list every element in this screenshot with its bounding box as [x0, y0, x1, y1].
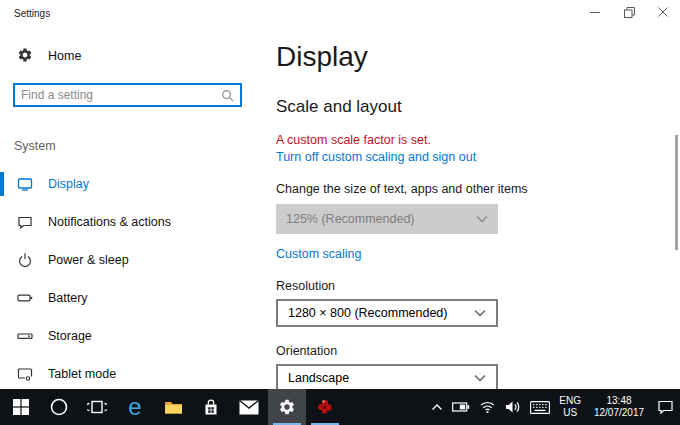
sidebar-item-battery[interactable]: Battery [0, 279, 256, 317]
action-center-button[interactable] [657, 400, 674, 415]
title-bar: Settings [0, 0, 680, 30]
file-explorer-button[interactable] [154, 389, 192, 425]
custom-scale-warning: A custom scale factor is set. [276, 133, 680, 148]
app-body: Home System Display [0, 30, 680, 389]
settings-taskbar-button[interactable] [268, 389, 306, 425]
tray-keyboard-button[interactable] [530, 401, 550, 414]
edge-button[interactable]: e [116, 389, 154, 425]
mail-icon [239, 400, 259, 415]
red-app-button[interactable] [306, 389, 344, 425]
chevron-up-icon [431, 403, 443, 411]
red-app-icon [314, 397, 336, 417]
search-input[interactable] [15, 88, 221, 102]
start-button[interactable] [2, 389, 40, 425]
page-title: Display [276, 42, 680, 72]
taskbar-apps: e [0, 389, 344, 425]
sidebar-nav: Display Notifications & actions Power & … [0, 165, 256, 393]
clock-date: 12/07/2017 [594, 407, 644, 418]
tray-clock[interactable]: 13:48 12/07/2017 [590, 395, 648, 419]
battery-icon [17, 290, 33, 306]
sidebar-item-notifications[interactable]: Notifications & actions [0, 203, 256, 241]
volume-icon [505, 400, 521, 414]
power-icon [17, 252, 33, 268]
search-icon [221, 89, 240, 102]
resolution-field-label: Resolution [276, 279, 680, 294]
cortana-button[interactable] [40, 389, 78, 425]
tray-language-indicator[interactable]: ENG US [559, 395, 581, 419]
orientation-dropdown[interactable]: Landscape [276, 364, 498, 392]
system-tray: ENG US 13:48 12/07/2017 [431, 389, 680, 425]
sidebar-item-label: Battery [48, 291, 88, 305]
tablet-mode-icon [17, 366, 33, 382]
battery-icon [452, 400, 470, 414]
gear-icon [17, 47, 33, 66]
task-view-icon [87, 399, 107, 415]
resolution-dropdown[interactable]: 1280 × 800 (Recommended) [276, 299, 498, 327]
turn-off-custom-scaling-link[interactable]: Turn off custom scaling and sign out [276, 150, 680, 165]
settings-window: Settings [0, 0, 680, 425]
notifications-icon [17, 214, 33, 230]
sidebar-item-storage[interactable]: Storage [0, 317, 256, 355]
vertical-scrollbar[interactable] [675, 135, 678, 250]
edge-icon: e [128, 395, 141, 419]
storage-icon [17, 328, 33, 344]
tray-volume-button[interactable] [505, 400, 521, 414]
tray-wifi-button[interactable] [479, 400, 496, 414]
action-center-icon [657, 400, 674, 415]
main-content: Display Scale and layout A custom scale … [256, 30, 680, 389]
orientation-field-label: Orientation [276, 344, 680, 359]
task-view-button[interactable] [78, 389, 116, 425]
clock-time: 13:48 [606, 395, 631, 406]
wifi-icon [479, 400, 496, 414]
mail-button[interactable] [230, 389, 268, 425]
minimize-button[interactable] [578, 0, 612, 24]
sidebar: Home System Display [0, 30, 256, 389]
store-icon [203, 399, 219, 416]
sidebar-item-power-sleep[interactable]: Power & sleep [0, 241, 256, 279]
sidebar-item-label: Power & sleep [48, 253, 129, 267]
sidebar-item-label: Notifications & actions [48, 215, 171, 229]
scale-field-label: Change the size of text, apps and other … [276, 182, 680, 197]
sidebar-item-tablet-mode[interactable]: Tablet mode [0, 355, 256, 393]
sidebar-item-label: Display [48, 177, 89, 191]
search-box[interactable] [13, 83, 242, 107]
orientation-dropdown-value: Landscape [288, 371, 349, 385]
cortana-icon [50, 398, 68, 416]
taskbar: e [0, 389, 680, 425]
restore-icon [624, 7, 635, 18]
file-explorer-icon [164, 399, 183, 415]
sidebar-group-label: System [14, 139, 256, 153]
store-button[interactable] [192, 389, 230, 425]
sidebar-item-home[interactable]: Home [0, 38, 256, 74]
sidebar-item-label: Storage [48, 329, 92, 343]
tray-battery-button[interactable] [452, 400, 470, 414]
close-button[interactable] [646, 0, 680, 24]
language-region: US [563, 407, 577, 418]
start-icon [13, 399, 29, 415]
keyboard-icon [530, 401, 550, 414]
section-title: Scale and layout [276, 97, 680, 117]
custom-scaling-link[interactable]: Custom scaling [276, 247, 680, 262]
minimize-icon [590, 7, 600, 17]
home-label: Home [48, 49, 81, 63]
display-icon [17, 176, 33, 192]
resolution-dropdown-value: 1280 × 800 (Recommended) [288, 306, 447, 320]
chevron-down-icon [474, 309, 486, 317]
language-code: ENG [559, 395, 581, 406]
window-title: Settings [0, 0, 50, 19]
scale-dropdown-value: 125% (Recommended) [286, 212, 415, 226]
sidebar-item-label: Tablet mode [48, 367, 116, 381]
chevron-down-icon [474, 374, 486, 382]
close-icon [658, 7, 668, 17]
caption-buttons [578, 0, 680, 24]
tray-chevron-up-button[interactable] [431, 403, 443, 411]
sidebar-item-display[interactable]: Display [0, 165, 256, 203]
scale-dropdown: 125% (Recommended) [276, 204, 498, 234]
restore-button[interactable] [612, 0, 646, 24]
settings-gear-icon [278, 398, 296, 416]
chevron-down-icon [476, 215, 488, 223]
